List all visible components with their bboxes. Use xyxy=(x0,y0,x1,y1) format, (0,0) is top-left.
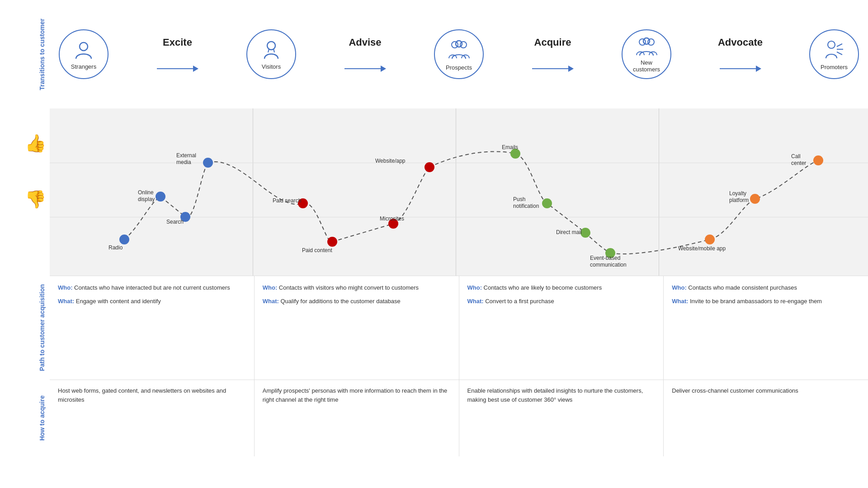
who-text-2: Contacts with visitors who might convert… xyxy=(279,284,419,291)
how-text-2: Amplify prospects' personas with more in… xyxy=(263,387,448,403)
svg-text:display: display xyxy=(138,196,155,202)
how-col-1: Host web forms, gated content, and newsl… xyxy=(50,380,255,456)
prospects-label: Prospects xyxy=(446,64,472,71)
how-col-4: Deliver cross-channel customer communica… xyxy=(664,380,868,456)
svg-point-19 xyxy=(327,237,337,247)
stage-visitors: Visitors xyxy=(246,29,296,79)
advocate-title: Advocate xyxy=(718,37,763,48)
acquire-arrow-head xyxy=(568,66,574,72)
advise-block: Advise xyxy=(296,37,434,72)
svg-text:media: media xyxy=(176,159,191,165)
svg-text:Loyalty: Loyalty xyxy=(729,190,746,197)
circle-new-customers: Newcustomers xyxy=(622,29,671,79)
svg-text:Event-based: Event-based xyxy=(590,255,620,261)
strangers-icon xyxy=(72,39,95,61)
circle-visitors: Visitors xyxy=(246,29,296,79)
how-col-3: Enable relationships with detailed insig… xyxy=(459,380,664,456)
svg-text:Website/app: Website/app xyxy=(375,158,406,164)
advise-arrow-head xyxy=(381,66,386,72)
who-label-2: Who: xyxy=(263,284,277,291)
thumb-down-icon: 👎 xyxy=(25,189,46,209)
how-sections: Host web forms, gated content, and newsl… xyxy=(50,380,868,456)
svg-point-0 xyxy=(80,42,88,51)
excite-arrow-head xyxy=(193,66,198,72)
what-text-2: Qualify for additions to the customer da… xyxy=(280,298,400,305)
info-what-4: What: Invite to be brand ambassadors to … xyxy=(672,297,860,306)
stage-new-customers: Newcustomers xyxy=(622,29,671,79)
svg-point-15 xyxy=(156,192,165,202)
new-customers-icon xyxy=(634,36,659,58)
excite-arrow xyxy=(157,66,198,72)
who-text-4: Contacts who made consistent purchases xyxy=(688,284,797,291)
path-label: Path to customer acquisition xyxy=(38,284,46,371)
info-col-3: Who: Contacts who are likely to become c… xyxy=(459,276,664,380)
who-label-3: Who: xyxy=(467,284,482,291)
how-text-3: Enable relationships with detailed insig… xyxy=(467,387,643,403)
visitors-icon xyxy=(260,39,283,61)
svg-text:External: External xyxy=(176,152,196,159)
svg-point-21 xyxy=(425,162,434,172)
chart-label-cell: 👍 👎 xyxy=(0,108,50,276)
how-text-4: Deliver cross-channel customer communica… xyxy=(672,387,798,394)
svg-point-23 xyxy=(542,198,552,208)
circle-prospects: Prospects xyxy=(434,29,484,79)
stage-strangers: Strangers xyxy=(59,29,108,79)
path-label-cell: Path to customer acquisition xyxy=(0,276,50,380)
stage-promoters: Promoters xyxy=(809,29,859,79)
svg-point-14 xyxy=(119,235,129,244)
svg-point-24 xyxy=(580,228,590,238)
what-text-3: Convert to a first purchase xyxy=(485,298,554,305)
stage-prospects: Prospects xyxy=(434,29,484,79)
what-label-1: What: xyxy=(58,298,74,305)
promoters-icon xyxy=(822,38,846,62)
what-text-1: Engage with content and identify xyxy=(76,298,161,305)
who-label-1: Who: xyxy=(58,284,72,291)
svg-point-9 xyxy=(643,38,650,44)
info-col-2: Who: Contacts with visitors who might co… xyxy=(255,276,459,380)
chart-svg: Radio Online display Search External med… xyxy=(50,108,868,276)
advise-arrow-shaft xyxy=(344,68,381,69)
new-customers-label: Newcustomers xyxy=(633,59,660,73)
advocate-arrow-head xyxy=(756,66,761,72)
svg-line-13 xyxy=(837,52,842,55)
svg-text:Website/mobile app: Website/mobile app xyxy=(678,245,726,252)
info-what-3: What: Convert to a first purchase xyxy=(467,297,656,306)
excite-arrow-shaft xyxy=(157,68,193,69)
how-label-cell: How to acquire xyxy=(0,380,50,456)
svg-text:Microsites: Microsites xyxy=(380,216,404,222)
svg-text:Search: Search xyxy=(166,219,184,225)
circle-promoters: Promoters xyxy=(809,29,859,79)
svg-text:Direct mail: Direct mail xyxy=(556,229,582,235)
how-col-2: Amplify prospects' personas with more in… xyxy=(255,380,459,456)
who-text-1: Contacts who have interacted but are not… xyxy=(74,284,230,291)
what-label-2: What: xyxy=(263,298,279,305)
svg-text:communication: communication xyxy=(590,262,627,268)
prospects-icon xyxy=(447,38,472,62)
visitors-label: Visitors xyxy=(262,63,281,70)
svg-point-6 xyxy=(456,41,462,47)
advocate-arrow-shaft xyxy=(720,68,756,69)
svg-text:Radio: Radio xyxy=(108,244,123,251)
svg-text:Push: Push xyxy=(513,196,525,202)
info-what-1: What: Engage with content and identify xyxy=(58,297,246,306)
info-who-4: Who: Contacts who made consistent purcha… xyxy=(672,283,860,292)
circle-strangers: Strangers xyxy=(59,29,108,79)
svg-text:platform: platform xyxy=(729,197,749,203)
acquire-arrow xyxy=(532,66,574,72)
excite-title: Excite xyxy=(163,37,192,48)
advocate-block: Advocate xyxy=(671,37,809,72)
what-text-4: Invite to be brand ambassadors to re-eng… xyxy=(690,298,822,305)
promoters-label: Promoters xyxy=(821,64,848,70)
svg-point-1 xyxy=(267,42,275,50)
svg-line-11 xyxy=(837,44,842,47)
transitions-label: Transitions to customer xyxy=(38,19,46,90)
info-who-2: Who: Contacts with visitors who might co… xyxy=(263,283,451,292)
who-label-4: Who: xyxy=(672,284,686,291)
info-who-1: Who: Contacts who have interacted but ar… xyxy=(58,283,246,292)
advise-title: Advise xyxy=(349,37,381,48)
svg-text:Call: Call xyxy=(791,153,801,160)
transitions-label-cell: Transitions to customer xyxy=(0,0,50,108)
how-text-1: Host web forms, gated content, and newsl… xyxy=(58,387,226,403)
svg-point-26 xyxy=(705,235,715,244)
svg-point-17 xyxy=(203,158,213,168)
